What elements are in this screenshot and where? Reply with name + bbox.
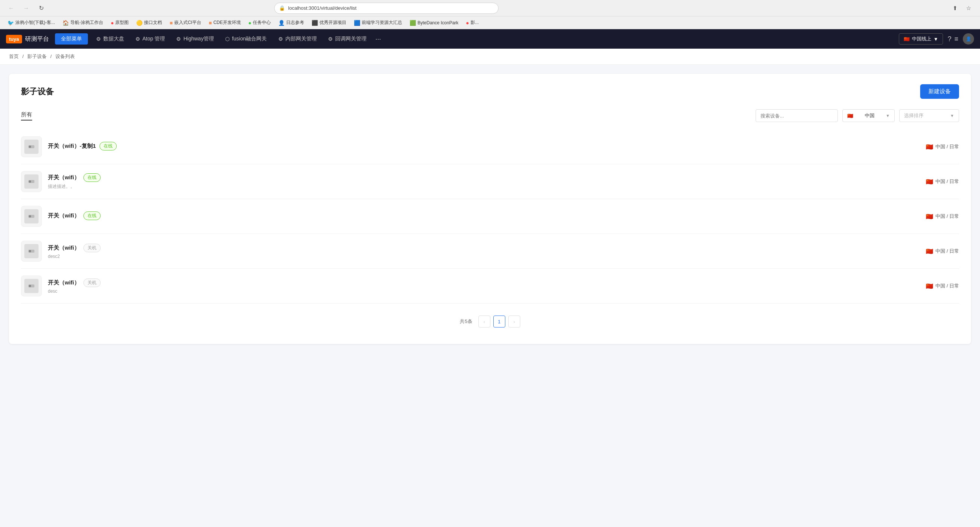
- nav-right: 🇨🇳 中国线上 ▼ ? ≡ 👤: [899, 33, 974, 45]
- device-icon-inner: [24, 244, 38, 258]
- device-item[interactable]: 开关（wifi）-复制1 在线 🇨🇳 中国 / 日常: [21, 129, 959, 164]
- bookmark-label-6: CDE开发环境: [213, 19, 240, 26]
- nav-item-internal[interactable]: ⚙ 内部网关管理: [273, 33, 322, 45]
- switch-icon: [27, 177, 36, 186]
- bookmark-8[interactable]: 👤 日志参考: [275, 18, 307, 27]
- bookmark-2[interactable]: 🏠 导航-涂鸦工作台: [59, 18, 106, 27]
- bookmark-button[interactable]: ☆: [964, 3, 974, 13]
- device-info: 开关（wifi） 在线 描述描述。。: [48, 173, 926, 190]
- bookmark-7[interactable]: ● 任务中心: [245, 18, 274, 27]
- page-card: 影子设备 新建设备 所有 🇨🇳 中国 ▼ 选择排序 ▼: [9, 74, 971, 344]
- region-flag-icon: 🇨🇳: [926, 248, 933, 255]
- svg-point-9: [29, 285, 31, 287]
- bookmark-3[interactable]: ● 原型图: [108, 18, 132, 27]
- device-desc: 描述描述。。: [48, 184, 926, 190]
- device-region: 🇨🇳 中国 / 日常: [926, 178, 959, 185]
- region-text: 中国 / 日常: [935, 143, 959, 150]
- all-menu-button[interactable]: 全部菜单: [55, 33, 88, 45]
- region-flag-icon: 🇨🇳: [926, 178, 933, 185]
- bookmark-label-1: 涂鸦小智(下载)-客...: [15, 19, 55, 26]
- page-header: 影子设备 新建设备: [21, 84, 959, 99]
- nav-item-data[interactable]: ⚙ 数据大盘: [91, 33, 129, 45]
- nav-item-atop[interactable]: ⚙ Atop 管理: [130, 33, 170, 45]
- app-nav: tuya 研测平台 全部菜单 ⚙ 数据大盘 ⚙ Atop 管理 ⚙ Highwa…: [0, 29, 980, 49]
- bookmark-10[interactable]: 🟦 前端学习资源大汇总: [351, 18, 405, 27]
- nav-label-fusion: fusion融合网关: [232, 35, 267, 42]
- page-title: 影子设备: [21, 86, 54, 97]
- bookmark-1[interactable]: 🐦 涂鸦小智(下载)-客...: [5, 18, 58, 27]
- search-input[interactable]: [756, 109, 838, 122]
- svg-point-1: [29, 145, 31, 148]
- nav-more-button[interactable]: ···: [372, 33, 384, 45]
- menu-icon[interactable]: ≡: [954, 35, 958, 43]
- device-name: 开关（wifi）: [48, 244, 80, 252]
- new-device-button[interactable]: 新建设备: [920, 84, 959, 99]
- device-list: 开关（wifi）-复制1 在线 🇨🇳 中国 / 日常: [21, 129, 959, 303]
- nav-label-atop: Atop 管理: [143, 35, 165, 42]
- help-icon[interactable]: ?: [947, 35, 951, 43]
- bookmark-icon-7: ●: [248, 20, 251, 26]
- bookmark-4[interactable]: 🟡 接口文档: [133, 18, 165, 27]
- filter-all-label[interactable]: 所有: [21, 111, 32, 121]
- atop-icon: ⚙: [135, 36, 140, 42]
- data-icon: ⚙: [96, 36, 101, 42]
- region-flag: 🇨🇳: [847, 113, 853, 119]
- pagination-total: 共5条: [460, 318, 472, 325]
- bookmark-12[interactable]: ● 影...: [463, 18, 482, 27]
- bookmark-icon-11: 🟩: [410, 20, 416, 26]
- device-item[interactable]: 开关（wifi） 关机 desc 🇨🇳 中国 / 日常: [21, 269, 959, 303]
- avatar-icon: 👤: [966, 36, 971, 42]
- device-icon: [21, 171, 42, 192]
- sort-dropdown[interactable]: 选择排序 ▼: [899, 109, 959, 122]
- breadcrumb-current: 设备列表: [56, 54, 75, 59]
- device-icon: [21, 206, 42, 227]
- breadcrumb-parent[interactable]: 影子设备: [27, 54, 47, 59]
- env-selector[interactable]: 🇨🇳 中国线上 ▼: [899, 33, 943, 45]
- device-region: 🇨🇳 中国 / 日常: [926, 143, 959, 150]
- device-name-row: 开关（wifi） 关机: [48, 278, 926, 287]
- region-dropdown[interactable]: 🇨🇳 中国 ▼: [842, 109, 895, 122]
- bookmark-label-4: 接口文档: [144, 19, 162, 26]
- user-avatar[interactable]: 👤: [963, 33, 974, 45]
- bookmark-icon-5: ■: [169, 20, 172, 26]
- region-flag-icon: 🇨🇳: [926, 283, 933, 290]
- device-icon: [21, 275, 42, 296]
- region-text: 中国 / 日常: [935, 283, 959, 289]
- status-badge: 在线: [83, 211, 100, 220]
- pagination-prev[interactable]: ‹: [479, 316, 490, 327]
- bookmark-label-2: 导航-涂鸦工作台: [70, 19, 103, 26]
- share-button[interactable]: ⬆: [950, 3, 961, 13]
- bookmark-5[interactable]: ■ 嵌入式CI平台: [167, 18, 204, 27]
- device-item[interactable]: 开关（wifi） 在线 描述描述。。 🇨🇳 中国 / 日常: [21, 164, 959, 199]
- device-item[interactable]: 开关（wifi） 关机 desc2 🇨🇳 中国 / 日常: [21, 234, 959, 269]
- bookmark-label-10: 前端学习资源大汇总: [362, 19, 402, 26]
- bookmark-label-9: 优秀开源项目: [320, 19, 346, 26]
- bookmark-icon-3: ●: [111, 20, 114, 26]
- pagination-page-1[interactable]: 1: [493, 316, 505, 327]
- device-name: 开关（wifi）: [48, 279, 80, 286]
- svg-point-5: [29, 215, 31, 217]
- bookmark-9[interactable]: ⬛ 优秀开源项目: [309, 18, 349, 27]
- device-desc: desc2: [48, 254, 926, 259]
- bookmark-icon-12: ●: [466, 20, 469, 26]
- tuya-logo-badge: tuya: [6, 35, 22, 43]
- pagination-next[interactable]: ›: [508, 316, 520, 327]
- address-bar[interactable]: 🔒 localhost:3001/virtual/device/list: [274, 3, 499, 14]
- reload-button[interactable]: ↻: [36, 3, 46, 13]
- device-name-row: 开关（wifi）-复制1 在线: [48, 142, 926, 150]
- nav-item-fusion[interactable]: ⬡ fusion融合网关: [220, 33, 272, 45]
- device-icon-inner: [24, 209, 38, 224]
- fusion-icon: ⬡: [225, 36, 230, 42]
- back-button[interactable]: ←: [6, 3, 16, 13]
- region-flag-icon: 🇨🇳: [926, 213, 933, 220]
- bookmark-6[interactable]: ■ CDE开发环境: [206, 18, 244, 27]
- forward-button[interactable]: →: [21, 3, 32, 13]
- svg-point-7: [29, 250, 31, 252]
- device-item[interactable]: 开关（wifi） 在线 🇨🇳 中国 / 日常: [21, 199, 959, 234]
- nav-item-highway[interactable]: ⚙ Highway管理: [171, 33, 219, 45]
- nav-label-callback: 回调网关管理: [335, 35, 367, 42]
- nav-item-callback[interactable]: ⚙ 回调网关管理: [323, 33, 372, 45]
- bookmark-11[interactable]: 🟩 ByteDance IconPark: [407, 19, 461, 27]
- breadcrumb-home[interactable]: 首页: [9, 54, 19, 59]
- device-region: 🇨🇳 中国 / 日常: [926, 283, 959, 290]
